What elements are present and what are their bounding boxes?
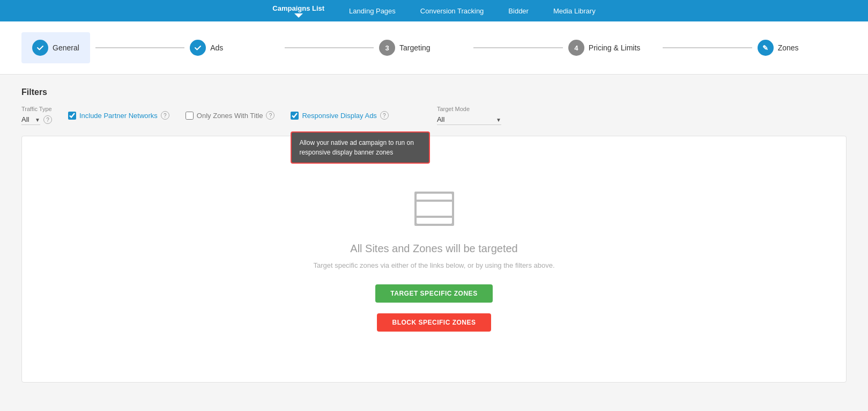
- step-zones-circle: ✎: [758, 40, 774, 56]
- step-connector-3: [473, 47, 562, 48]
- step-targeting-label: Targeting: [399, 43, 431, 52]
- only-zones-label: Only Zones With Title: [197, 112, 263, 120]
- zones-main-area: All Sites and Zones will be targeted Tar…: [21, 136, 847, 383]
- zones-icon: [410, 187, 458, 232]
- include-partner-filter: Include Partner Networks ?: [68, 111, 169, 120]
- step-targeting-circle: 3: [379, 40, 395, 56]
- step-pricing-label: Pricing & Limits: [589, 43, 640, 52]
- main-content: Filters Traffic Type All ▼ ? Include Par…: [0, 75, 868, 395]
- filters-row: Traffic Type All ▼ ? Include Partner Net…: [21, 106, 847, 125]
- step-pricing[interactable]: 4 Pricing & Limits: [568, 40, 657, 56]
- step-pricing-circle: 4: [568, 40, 584, 56]
- only-zones-filter: Only Zones With Title ?: [186, 111, 275, 120]
- responsive-display-label: Responsive Display Ads: [302, 112, 376, 120]
- target-mode-filter: Target Mode All ▼: [437, 106, 501, 125]
- filters-title: Filters: [21, 87, 847, 97]
- step-connector-1: [95, 47, 184, 48]
- step-ads-label: Ads: [210, 43, 223, 52]
- zones-main-subtitle: Target specific zones via either of the …: [313, 261, 554, 269]
- step-ads-circle: [190, 40, 206, 56]
- include-partner-label: Include Partner Networks: [79, 112, 158, 120]
- block-specific-zones-button[interactable]: BLOCK SPECIFIC ZONES: [377, 313, 491, 332]
- responsive-display-tooltip: Allow your native ad campaign to run on …: [291, 131, 430, 164]
- target-mode-select-row: All ▼: [437, 114, 501, 125]
- zones-main-title: All Sites and Zones will be targeted: [350, 243, 517, 255]
- traffic-type-help-icon[interactable]: ?: [43, 115, 52, 124]
- target-mode-label: Target Mode: [437, 106, 501, 112]
- step-general-circle: [32, 40, 48, 56]
- nav-landing-pages[interactable]: Landing Pages: [345, 5, 400, 17]
- step-zones-label: Zones: [778, 43, 799, 52]
- traffic-type-filter: Traffic Type All ▼ ?: [21, 106, 52, 125]
- responsive-display-filter: Responsive Display Ads ? Allow your nati…: [291, 111, 388, 120]
- only-zones-help-icon[interactable]: ?: [266, 111, 275, 120]
- only-zones-checkbox-group: Only Zones With Title ?: [186, 111, 275, 120]
- top-navigation: Campaigns List Landing Pages Conversion …: [0, 0, 868, 21]
- traffic-type-select[interactable]: All: [21, 114, 40, 125]
- traffic-type-label: Traffic Type: [21, 106, 52, 112]
- include-partner-help-icon[interactable]: ?: [161, 111, 169, 120]
- step-general[interactable]: General: [21, 32, 90, 63]
- step-zones[interactable]: ✎ Zones: [758, 40, 847, 56]
- step-connector-2: [285, 47, 374, 48]
- svg-rect-0: [416, 193, 453, 225]
- target-mode-select[interactable]: All: [437, 114, 501, 125]
- steps-wizard: General Ads 3 Targeting 4 Pricing & Limi…: [0, 21, 868, 75]
- nav-campaigns-list[interactable]: Campaigns List: [268, 2, 329, 20]
- responsive-display-help-icon[interactable]: ?: [380, 111, 389, 120]
- responsive-display-checkbox-group: Responsive Display Ads ?: [291, 111, 388, 120]
- step-ads[interactable]: Ads: [190, 40, 279, 56]
- include-partner-checkbox[interactable]: [68, 112, 76, 120]
- step-targeting[interactable]: 3 Targeting: [379, 40, 468, 56]
- nav-media-library[interactable]: Media Library: [549, 5, 600, 17]
- include-partner-checkbox-group: Include Partner Networks ?: [68, 111, 169, 120]
- responsive-display-checkbox[interactable]: [291, 112, 299, 120]
- target-specific-zones-button[interactable]: TARGET SPECIFIC ZONES: [375, 284, 492, 303]
- only-zones-checkbox[interactable]: [186, 112, 194, 120]
- nav-conversion-tracking[interactable]: Conversion Tracking: [416, 5, 488, 17]
- step-general-label: General: [53, 43, 79, 52]
- traffic-type-select-row: All ▼ ?: [21, 114, 52, 125]
- step-connector-4: [663, 47, 752, 48]
- nav-bidder[interactable]: Bidder: [504, 5, 533, 17]
